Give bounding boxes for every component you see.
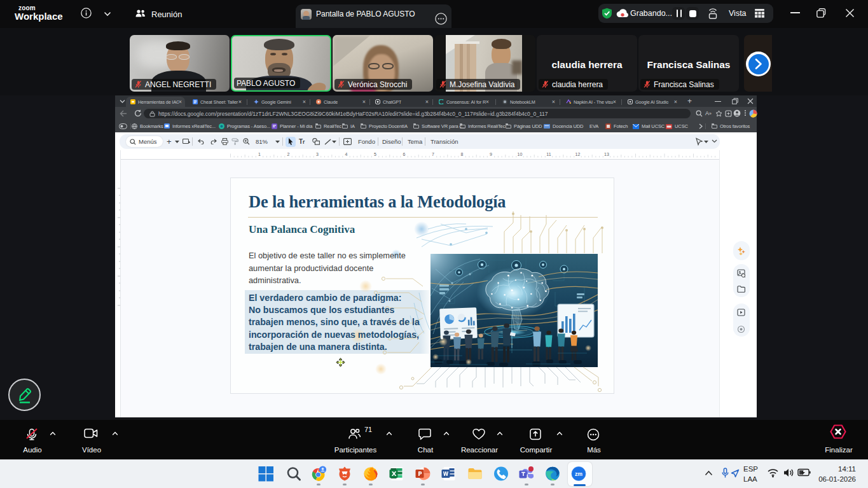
svg-text:7: 7 [432, 152, 434, 157]
svg-text:11: 11 [546, 152, 551, 157]
svg-text:6: 6 [403, 152, 406, 157]
svg-text:3: 3 [316, 152, 319, 157]
svg-text:10: 10 [518, 152, 523, 157]
svg-text:12: 12 [575, 152, 581, 157]
svg-text:13: 13 [604, 152, 609, 157]
svg-text:8: 8 [461, 152, 464, 157]
svg-text:9: 9 [490, 152, 492, 157]
svg-text:5: 5 [374, 152, 376, 157]
svg-text:1: 1 [258, 152, 261, 157]
svg-text:2: 2 [287, 152, 290, 157]
svg-text:4: 4 [345, 152, 348, 157]
